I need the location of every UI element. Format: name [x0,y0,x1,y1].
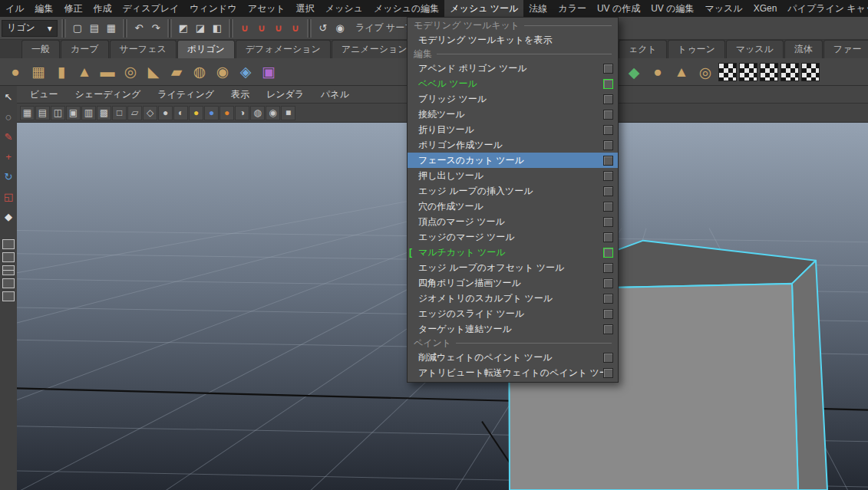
motion-blur-icon[interactable]: ◑ [235,106,249,120]
file-save-icon[interactable]: ▦ [104,21,119,36]
shelf-tab-animation[interactable]: アニメーション [332,40,417,58]
menu-set-dropdown[interactable]: リゴン ▾ [2,20,58,37]
menu-item-connect-tool[interactable]: 接続ツール [408,107,618,122]
multisample-icon[interactable]: ◍ [250,106,265,120]
menu-mesh[interactable]: メッシュ [320,0,368,17]
option-box[interactable] [603,324,613,334]
grid-toggle-icon[interactable]: ▤ [35,106,50,120]
rotate-tool-icon[interactable]: ↻ [1,169,16,184]
scale-tool-icon[interactable]: ◱ [1,189,16,204]
menu-select[interactable]: 選択 [291,0,320,17]
snap-view-icon[interactable]: ∪ [288,21,303,36]
render-icon[interactable]: ◉ [332,21,348,36]
layout-outliner-button[interactable] [2,278,15,288]
select-object-icon[interactable]: ◪ [193,21,208,36]
menu-item-sculpt-geometry-tool[interactable]: ジオメトリのスカルプト ツール [408,291,618,306]
option-box[interactable] [603,278,613,288]
shelf-tab-deformation[interactable]: デフォメーション [236,40,331,58]
option-box[interactable] [603,353,613,363]
layout-two-pane-button[interactable] [2,252,15,262]
menu-normals[interactable]: 法線 [523,0,553,17]
move-tool-icon[interactable]: + [1,149,16,164]
polygon-soccerball-icon[interactable]: ◉ [212,61,233,84]
paint-select-tool-icon[interactable]: ✎ [1,129,16,144]
menu-create-uvs[interactable]: UV の作成 [592,0,645,17]
menu-pipeline-cache[interactable]: パイプライン キャッシュ [782,0,868,17]
shelf-tab-polygons[interactable]: ポリゴン [177,40,235,58]
shelf-icon[interactable]: ◎ [695,61,716,84]
menu-item-merge-edge-tool[interactable]: エッジのマージ ツール [408,229,618,245]
panel-menu-shading[interactable]: シェーディング [67,88,150,101]
shelf-tab-muscle[interactable]: マッスル [726,40,784,58]
polygon-torus-icon[interactable]: ◎ [120,61,141,84]
menu-item-cut-faces-tool[interactable]: フェースのカット ツール [408,153,618,168]
wireframe-icon[interactable]: ◇ [143,106,157,120]
toolbar-separator[interactable] [167,19,172,38]
option-box[interactable] [603,263,613,273]
option-box[interactable] [603,202,613,212]
option-box[interactable] [603,140,613,150]
option-box[interactable] [603,294,613,304]
menu-windows[interactable]: ウィンドウ [184,0,242,17]
field-chart-icon[interactable]: ▩ [97,106,111,120]
shelf-icon[interactable]: ● [647,61,668,84]
panel-menu-panels[interactable]: パネル [312,88,358,101]
layout-four-pane-button[interactable] [2,291,15,301]
undo-icon[interactable]: ↶ [131,21,147,36]
option-box[interactable] [603,125,613,135]
shelf-tab-general[interactable]: 一般 [21,40,60,58]
last-used-tool-icon[interactable]: ◆ [1,209,16,224]
menu-item-crease-tool[interactable]: 折り目ツール [408,122,618,137]
file-new-icon[interactable]: ▢ [70,21,85,36]
uv-checker-icon[interactable] [739,63,757,81]
menu-assets[interactable]: アセット [243,0,291,17]
option-box[interactable] [603,217,613,227]
menu-item-quad-draw-tool[interactable]: 四角ポリゴン描画ツール [408,275,618,291]
shelf-tab-toon[interactable]: トゥーン [668,40,725,58]
menu-create[interactable]: 作成 [88,0,117,17]
panel-menu-view[interactable]: ビュー [21,88,67,101]
shelf-icon[interactable]: ▲ [671,61,692,84]
file-open-icon[interactable]: ▤ [87,21,102,36]
menu-item-append-polygon-tool[interactable]: アペンド ポリゴン ツール [408,61,618,76]
shelf-icon[interactable]: ◆ [623,61,645,84]
layout-single-pane-button[interactable] [2,239,15,249]
menu-item-make-hole-tool[interactable]: 穴の作成ツール [408,199,618,214]
menu-mesh-tools[interactable]: メッシュ ツール [444,0,523,17]
option-box[interactable] [603,248,613,258]
option-box[interactable] [603,94,613,104]
snap-grid-icon[interactable]: ∪ [237,21,252,36]
resolution-gate-icon[interactable]: ▣ [66,106,81,120]
menu-file[interactable]: イル [0,0,30,17]
menu-item-offset-edge-loop-tool[interactable]: エッジ ループのオフセット ツール [408,260,618,275]
uv-checker-icon[interactable] [801,63,820,81]
menu-xgen[interactable]: XGen [748,0,783,17]
safe-title-icon[interactable]: ▱ [127,106,142,120]
textured-icon[interactable]: ◐ [173,106,188,120]
xray-icon[interactable]: ■ [281,106,295,120]
toolbar-separator[interactable] [61,19,66,38]
menu-item-paint-transfer-attr-weights-tool[interactable]: アトリビュート転送ウェイトのペイント ツール [408,365,618,380]
uv-checker-icon[interactable] [718,63,737,81]
toolbar-separator[interactable] [307,19,312,38]
polygon-cylinder-icon[interactable]: ▮ [51,61,72,84]
lighting-icon[interactable]: ● [189,106,203,120]
polygon-helix-icon[interactable]: ◍ [189,61,210,84]
option-box[interactable] [603,186,613,196]
polygon-prism-icon[interactable]: ◣ [143,61,164,84]
menu-muscle[interactable]: マッスル [700,0,748,17]
menu-color[interactable]: カラー [553,0,592,17]
option-box[interactable] [603,368,613,378]
shelf-tab-effects[interactable]: ェクト [619,40,667,58]
menu-item-bridge-tool[interactable]: ブリッジ ツール [408,91,618,107]
menu-display[interactable]: ディスプレイ [117,0,185,17]
select-camera-icon[interactable]: ▦ [20,106,35,120]
menu-item-paint-reduce-weights-tool[interactable]: 削減ウェイトのペイント ツール [408,350,618,365]
panel-menu-show[interactable]: 表示 [223,88,258,101]
select-tool-icon[interactable]: ↖ [1,89,16,104]
option-box[interactable] [603,110,613,120]
polygon-cone-icon[interactable]: ▲ [74,61,95,84]
select-component-icon[interactable]: ◧ [210,21,225,36]
gate-mask-icon[interactable]: ▥ [81,106,96,120]
shaded-icon[interactable]: ● [158,106,173,120]
